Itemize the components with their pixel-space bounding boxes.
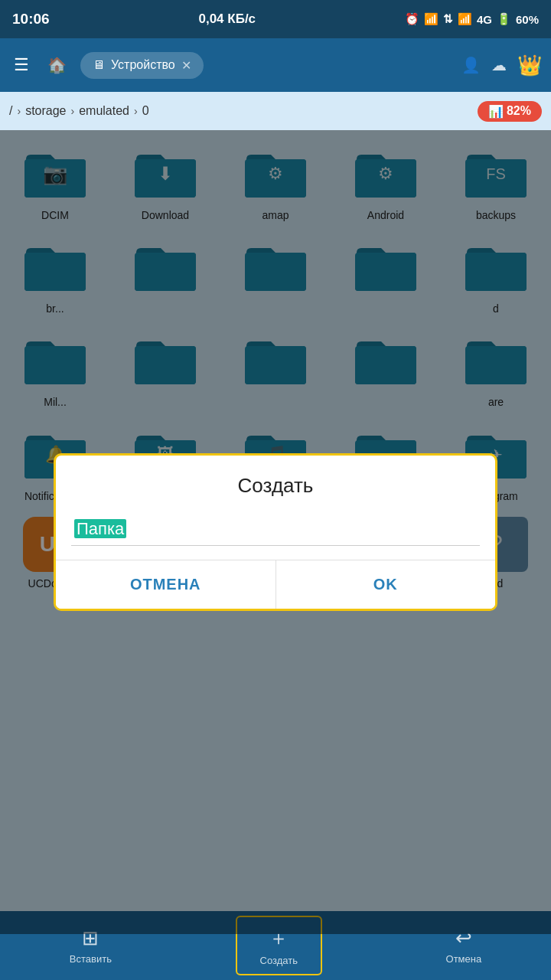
signal2-icon: 📶 — [458, 12, 472, 26]
dialog-buttons: ОТМЕНА OK — [56, 560, 495, 609]
home-button[interactable]: 🏠 — [43, 51, 71, 79]
status-speed: 0,04 КБ/с — [198, 11, 256, 27]
breadcrumb-sep3: › — [134, 105, 138, 117]
battery-percent: 60% — [516, 13, 539, 26]
paste-label: Вставить — [70, 953, 112, 965]
modal-overlay: Создать Папка ОТМЕНА OK — [0, 130, 551, 934]
tab-monitor-icon: 🖥 — [93, 58, 105, 72]
cancel-button[interactable]: ОТМЕНА — [56, 560, 276, 609]
user-icon[interactable]: 👤 — [461, 56, 481, 74]
create-label: Создать — [260, 955, 298, 966]
top-nav: ☰ 🏠 🖥 Устройство ✕ 👤 ☁ 👑 — [0, 38, 551, 92]
storage-percent: 82% — [507, 104, 531, 118]
storage-chart-icon: 📊 — [488, 104, 504, 119]
breadcrumb-sep1: › — [17, 105, 21, 117]
nav-right-icons: 👤 ☁ 👑 — [461, 54, 542, 77]
breadcrumb-0[interactable]: 0 — [142, 104, 149, 118]
battery-icon: 🔋 — [497, 12, 511, 26]
breadcrumb-storage[interactable]: storage — [25, 104, 66, 118]
hamburger-button[interactable]: ☰ — [9, 51, 34, 80]
breadcrumb-emulated[interactable]: emulated — [79, 104, 129, 118]
network-type: 4G — [477, 13, 492, 26]
nav-tab-device[interactable]: 🖥 Устройство ✕ — [80, 52, 204, 79]
signal-icon: 📶 — [424, 12, 439, 26]
crown-icon[interactable]: 👑 — [517, 54, 542, 77]
file-grid-container: 📷 DCIM ⬇ Download ⚙ amap — [0, 130, 551, 934]
dialog-title: Создать — [56, 456, 495, 505]
data-icon: ⇅ — [443, 12, 453, 26]
status-time: 10:06 — [12, 11, 50, 28]
storage-badge: 📊 82% — [478, 101, 542, 122]
status-bar: 10:06 0,04 КБ/с ⏰ 📶 ⇅ 📶 4G 🔋 60% — [0, 0, 551, 38]
ok-button[interactable]: OK — [276, 560, 496, 609]
cancel-bottom-label: Отмена — [446, 953, 482, 965]
tab-label: Устройство — [111, 58, 175, 72]
breadcrumb: / › storage › emulated › 0 📊 82% — [0, 92, 551, 130]
cloud-icon[interactable]: ☁ — [491, 56, 507, 74]
breadcrumb-root[interactable]: / — [9, 104, 12, 118]
dialog-input-area: Папка — [56, 505, 495, 546]
status-icons: ⏰ 📶 ⇅ 📶 4G 🔋 60% — [405, 12, 539, 26]
breadcrumb-sep2: › — [71, 105, 75, 117]
create-dialog: Создать Папка ОТМЕНА OK — [54, 453, 497, 611]
folder-name-input[interactable]: Папка — [71, 513, 480, 546]
tab-close-icon[interactable]: ✕ — [181, 58, 191, 73]
input-highlighted-text: Папка — [74, 519, 126, 538]
clock-icon: ⏰ — [405, 12, 419, 26]
